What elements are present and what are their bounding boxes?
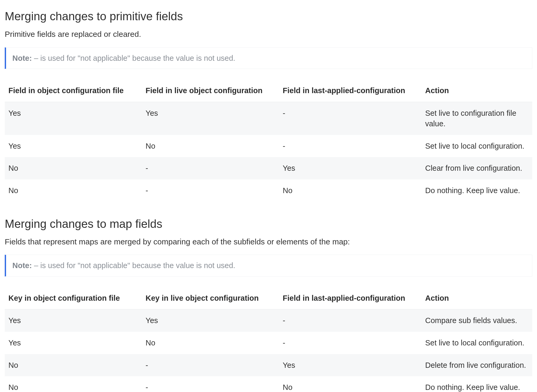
cell: Delete from live configuration.: [422, 354, 532, 376]
table-row: No - No Do nothing. Keep live value.: [5, 376, 532, 392]
note-body: – is used for "not applicable" because t…: [32, 261, 235, 270]
col-header: Action: [422, 79, 532, 102]
cell: -: [142, 179, 279, 202]
col-header: Field in last-applied-configuration: [279, 79, 422, 102]
note-label: Note:: [12, 54, 32, 62]
note-map: Note: – is used for "not applicable" bec…: [5, 255, 532, 277]
cell: No: [279, 376, 422, 392]
cell: Do nothing. Keep live value.: [422, 376, 532, 392]
col-header: Action: [422, 287, 532, 309]
table-row: No - No Do nothing. Keep live value.: [5, 179, 532, 202]
cell: No: [142, 332, 279, 354]
cell: No: [5, 376, 142, 392]
cell: -: [142, 354, 279, 376]
cell: Yes: [142, 309, 279, 332]
cell: Yes: [279, 354, 422, 376]
cell: No: [5, 354, 142, 376]
cell: No: [142, 135, 279, 157]
heading-map: Merging changes to map fields: [5, 217, 532, 231]
table-header-row: Field in object configuration file Field…: [5, 79, 532, 102]
cell: Set live to local configuration.: [422, 332, 532, 354]
col-header: Key in live object configuration: [142, 287, 279, 309]
col-header: Field in live object configuration: [142, 79, 279, 102]
col-header: Field in object configuration file: [5, 79, 142, 102]
cell: Yes: [5, 309, 142, 332]
cell: -: [142, 376, 279, 392]
cell: Clear from live configuration.: [422, 157, 532, 179]
cell: -: [279, 332, 422, 354]
note-label: Note:: [12, 261, 32, 270]
cell: No: [5, 157, 142, 179]
cell: Yes: [142, 102, 279, 135]
intro-primitive: Primitive fields are replaced or cleared…: [5, 28, 532, 41]
col-header: Key in object configuration file: [5, 287, 142, 309]
heading-primitive: Merging changes to primitive fields: [5, 9, 532, 23]
note-body: – is used for "not applicable" because t…: [32, 54, 235, 62]
cell: No: [279, 179, 422, 202]
table-row: No - Yes Clear from live configuration.: [5, 157, 532, 179]
table-row: Yes No - Set live to local configuration…: [5, 135, 532, 157]
table-row: Yes Yes - Compare sub fields values.: [5, 309, 532, 332]
intro-map: Fields that represent maps are merged by…: [5, 236, 532, 248]
table-row: Yes No - Set live to local configuration…: [5, 332, 532, 354]
cell: No: [5, 179, 142, 202]
cell: Do nothing. Keep live value.: [422, 179, 532, 202]
table-row: No - Yes Delete from live configuration.: [5, 354, 532, 376]
cell: Yes: [5, 102, 142, 135]
cell: Set live to configuration file value.: [422, 102, 532, 135]
note-primitive: Note: – is used for "not applicable" bec…: [5, 47, 532, 69]
cell: Compare sub fields values.: [422, 309, 532, 332]
cell: -: [142, 157, 279, 179]
cell: Yes: [279, 157, 422, 179]
cell: Yes: [5, 135, 142, 157]
page-root: Merging changes to primitive fields Prim…: [0, 0, 537, 392]
table-header-row: Key in object configuration file Key in …: [5, 287, 532, 309]
cell: -: [279, 309, 422, 332]
table-row: Yes Yes - Set live to configuration file…: [5, 102, 532, 135]
cell: -: [279, 135, 422, 157]
col-header: Field in last-applied-configuration: [279, 287, 422, 309]
table-primitive: Field in object configuration file Field…: [5, 79, 532, 202]
cell: Yes: [5, 332, 142, 354]
table-map: Key in object configuration file Key in …: [5, 287, 532, 392]
cell: Set live to local configuration.: [422, 135, 532, 157]
cell: -: [279, 102, 422, 135]
